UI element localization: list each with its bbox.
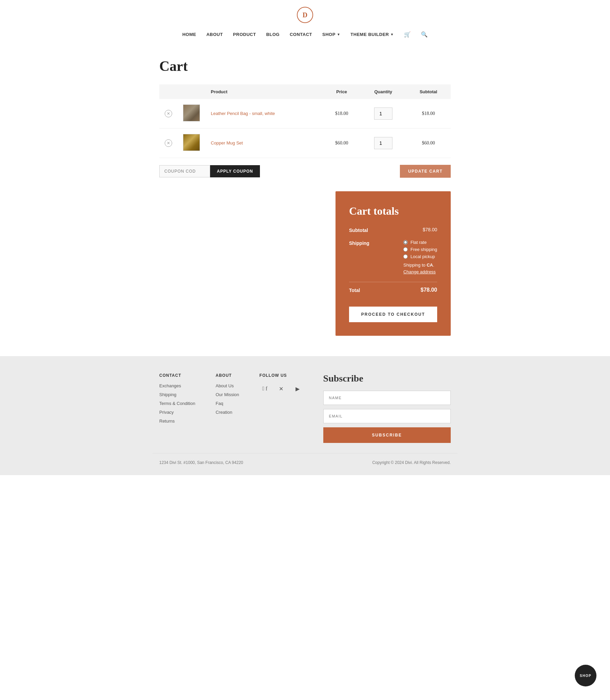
cart-totals: Cart totals Subtotal $78.00 Shipping Fla…: [336, 191, 451, 336]
footer-link-creation[interactable]: Creation: [215, 410, 232, 415]
footer-link-terms[interactable]: Terms & Condition: [159, 401, 195, 406]
cart-icon[interactable]: 🛒: [404, 31, 411, 38]
col-price: Price: [323, 84, 360, 99]
product-price-2: $60.00: [335, 140, 348, 145]
social-icons:  f ✕ ▶: [260, 383, 303, 394]
search-icon[interactable]: 🔍: [421, 31, 428, 38]
total-value: $78.00: [420, 287, 437, 293]
product-image-1: [183, 105, 200, 121]
subscribe-heading: Subscribe: [323, 373, 451, 384]
remove-item-1-button[interactable]: ✕: [165, 110, 172, 117]
footer-link-privacy[interactable]: Privacy: [159, 410, 174, 415]
cart-actions: APPLY COUPON UPDATE CART: [159, 165, 451, 178]
product-subtotal-2: $60.00: [422, 140, 435, 145]
product-image-2: [183, 134, 200, 151]
col-subtotal: Subtotal: [406, 84, 451, 99]
cart-totals-title: Cart totals: [349, 205, 437, 217]
shipping-label: Shipping: [349, 240, 369, 246]
footer-contact-list: Exchanges Shipping Terms & Condition Pri…: [159, 383, 195, 424]
coupon-row: APPLY COUPON: [159, 165, 260, 177]
twitter-x-icon[interactable]: ✕: [276, 383, 287, 394]
footer-link-faq[interactable]: Faq: [215, 401, 223, 406]
nav-product[interactable]: PRODUCT: [233, 32, 256, 37]
footer-about-heading: ABOUT: [215, 373, 239, 378]
site-footer: CONTACT Exchanges Shipping Terms & Condi…: [0, 356, 610, 475]
footer-about-list: About Us Our Mission Faq Creation: [215, 383, 239, 415]
footer-contact-heading: CONTACT: [159, 373, 195, 378]
subtotal-value: $78.00: [422, 227, 437, 232]
table-row: ✕ Leather Pencil Bag - small, white $18.…: [159, 99, 451, 128]
col-quantity: Quantity: [360, 84, 406, 99]
shop-chevron-icon: ▼: [337, 33, 340, 36]
product-link-1[interactable]: Leather Pencil Bag - small, white: [211, 111, 275, 116]
shipping-option-free[interactable]: Free shipping: [403, 247, 437, 252]
footer-follow-heading: FOLLOW US: [260, 373, 303, 378]
nav-home[interactable]: HOME: [182, 32, 196, 37]
shipping-option-flat[interactable]: Flat rate: [403, 240, 437, 245]
nav-shop[interactable]: SHOP ▼: [322, 32, 340, 37]
table-row: ✕ Copper Mug Set $60.00 $60.00: [159, 128, 451, 158]
product-link-2[interactable]: Copper Mug Set: [211, 140, 243, 145]
subscribe-email-input[interactable]: [323, 409, 451, 423]
remove-item-2-button[interactable]: ✕: [165, 139, 172, 147]
subtotal-row: Subtotal $78.00: [349, 227, 437, 233]
quantity-input-2[interactable]: [374, 137, 392, 149]
cart-totals-wrapper: Cart totals Subtotal $78.00 Shipping Fla…: [159, 191, 451, 336]
footer-follow-col: FOLLOW US  f ✕ ▶: [260, 373, 303, 443]
subscribe-name-input[interactable]: [323, 391, 451, 405]
logo[interactable]: D: [297, 7, 313, 23]
footer-address: 1234 Divi St. #1000, San Francisco, CA 9…: [159, 460, 243, 465]
total-row: Total $78.00: [349, 282, 437, 293]
product-price-1: $18.00: [335, 111, 348, 116]
total-label: Total: [349, 287, 360, 293]
footer-link-shipping[interactable]: Shipping: [159, 392, 177, 397]
subtotal-label: Subtotal: [349, 227, 368, 233]
footer-about-col: ABOUT About Us Our Mission Faq Creation: [215, 373, 239, 443]
footer-contact-col: CONTACT Exchanges Shipping Terms & Condi…: [159, 373, 195, 443]
shipping-note: Shipping to CA. Change address: [403, 262, 437, 275]
apply-coupon-button[interactable]: APPLY COUPON: [210, 165, 260, 177]
shipping-radio-flat[interactable]: [403, 240, 408, 245]
product-subtotal-1: $18.00: [422, 111, 435, 116]
shipping-free-label: Free shipping: [411, 247, 437, 252]
footer-link-about-us[interactable]: About Us: [215, 383, 234, 388]
subscribe-button[interactable]: SUBSCRIBE: [323, 427, 451, 443]
footer-content: CONTACT Exchanges Shipping Terms & Condi…: [152, 373, 458, 443]
shipping-local-label: Local pickup: [411, 254, 435, 259]
col-image: [178, 84, 205, 99]
footer-bottom: 1234 Divi St. #1000, San Francisco, CA 9…: [152, 453, 458, 465]
update-cart-button[interactable]: UPDATE CART: [400, 165, 451, 178]
theme-builder-chevron-icon: ▼: [390, 33, 394, 36]
shipping-country: CA: [427, 263, 433, 268]
nav-theme-builder[interactable]: THEME BUILDER ▼: [350, 32, 394, 37]
shipping-option-local[interactable]: Local pickup: [403, 254, 437, 259]
nav-blog[interactable]: BLOG: [266, 32, 279, 37]
shipping-options: Flat rate Free shipping Local pickup Shi…: [403, 240, 437, 275]
page-title: Cart: [159, 58, 451, 74]
quantity-input-1[interactable]: [374, 108, 392, 120]
col-remove: [159, 84, 178, 99]
main-nav: HOME ABOUT PRODUCT BLOG CONTACT SHOP ▼ T…: [182, 28, 428, 41]
checkout-button[interactable]: PROCEED TO CHECKOUT: [349, 307, 437, 322]
shipping-radio-local[interactable]: [403, 254, 408, 259]
facebook-icon[interactable]:  f: [260, 383, 270, 394]
change-address-link[interactable]: Change address: [403, 269, 435, 274]
footer-link-exchanges[interactable]: Exchanges: [159, 383, 181, 388]
coupon-input[interactable]: [159, 165, 210, 177]
nav-contact[interactable]: CONTACT: [290, 32, 312, 37]
youtube-icon[interactable]: ▶: [292, 383, 303, 394]
shipping-radio-free[interactable]: [403, 247, 408, 252]
nav-about[interactable]: ABOUT: [206, 32, 223, 37]
cart-table: Product Price Quantity Subtotal ✕ Leathe…: [159, 84, 451, 158]
footer-copyright: Copyright © 2024 Divi. All Rights Reserv…: [372, 460, 451, 465]
footer-subscribe-col: Subscribe SUBSCRIBE: [323, 373, 451, 443]
col-product: Product: [205, 84, 323, 99]
site-header: D HOME ABOUT PRODUCT BLOG CONTACT SHOP ▼…: [0, 0, 610, 44]
shipping-row: Shipping Flat rate Free shipping: [349, 240, 437, 275]
shipping-flat-label: Flat rate: [411, 240, 427, 245]
main-content: Cart Product Price Quantity Subtotal ✕: [152, 44, 458, 356]
footer-link-returns[interactable]: Returns: [159, 419, 175, 424]
footer-link-mission[interactable]: Our Mission: [215, 392, 239, 397]
